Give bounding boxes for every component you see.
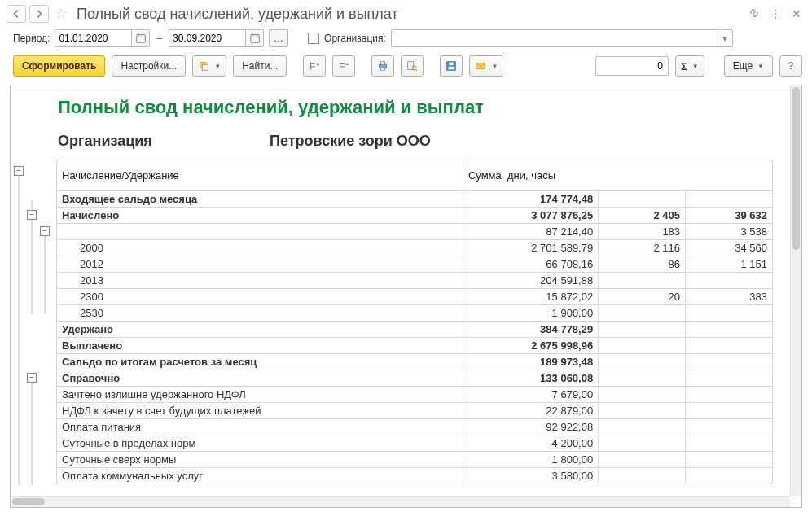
svg-rect-20 [381,62,385,65]
row-value: 174 774,48 [463,191,598,208]
sigma-button[interactable]: Σ ▼ [675,55,704,77]
svg-rect-26 [450,63,454,66]
row-label: Справочно [57,370,463,387]
row-value: 7 679,00 [463,387,598,403]
period-dash: – [155,33,164,44]
email-button[interactable]: ▼ [469,55,503,77]
table-row[interactable]: Суточные сверх нормы1 800,00 [57,452,773,468]
row-value: 183 [599,224,686,240]
row-value [686,338,773,354]
calendar-icon [249,33,261,44]
table-row[interactable]: Сальдо по итогам расчетов за месяц189 97… [57,354,773,370]
row-value: 384 778,29 [463,322,598,338]
row-value: 3 538 [686,224,773,240]
row-value: 92 922,08 [463,419,598,435]
row-value: 39 632 [686,208,773,224]
period-from-input[interactable] [55,29,132,47]
table-row[interactable]: 201266 708,16861 151 [57,256,773,273]
preview-button[interactable] [401,55,424,77]
period-to-calendar-button[interactable] [246,29,264,47]
period-from-calendar-button[interactable] [132,29,150,47]
table-row[interactable]: Справочно133 060,08 [57,370,773,387]
tree-expand-icon [309,60,320,72]
row-value [686,191,773,208]
table-row[interactable]: 87 214,401833 538 [57,224,773,240]
link-icon[interactable] [745,7,763,21]
row-label: НДФЛ к зачету в счет будущих платежей [57,403,463,419]
row-value [599,435,686,452]
row-value [686,452,773,468]
organization-filter-checkbox[interactable] [308,33,319,44]
table-row[interactable]: 2013204 591,88 [57,273,773,289]
more-button[interactable]: Еще ▼ [724,55,773,77]
row-label: Удержано [57,322,463,338]
collapse-tree-button[interactable] [332,55,355,77]
scrollbar-thumb[interactable] [12,498,45,505]
svg-rect-22 [408,62,414,70]
close-window-button[interactable]: ✕ [788,7,805,20]
table-row[interactable]: НДФЛ к зачету в счет будущих платежей22 … [57,403,773,419]
table-row[interactable]: Входящее сальдо месяца174 774,48 [57,191,773,208]
favorite-star-icon[interactable]: ☆ [52,5,70,23]
dropdown-caret-icon[interactable]: ▾ [718,30,732,46]
row-value [686,468,773,484]
table-row[interactable]: Оплата питания92 922,08 [57,419,773,435]
scrollbar-thumb[interactable] [792,87,800,250]
row-label: Выплачено [57,338,463,354]
table-row[interactable]: Суточные в пределах норм4 200,00 [57,435,773,452]
row-value [599,322,686,338]
tree-lines [11,160,56,496]
row-label: Входящее сальдо месяца [57,191,463,208]
table-row[interactable]: Выплачено2 675 998,96 [57,338,773,354]
row-value [599,419,686,435]
generate-button[interactable]: Сформировать [13,55,105,77]
sum-field[interactable] [595,56,669,76]
row-value [599,387,686,403]
row-label: 2012 [57,256,463,273]
arrow-left-icon [11,8,22,20]
table-row[interactable]: Оплата коммунальных услуг3 580,00 [57,468,773,484]
row-value [686,354,773,370]
help-button-label: ? [788,60,793,72]
row-value [686,387,773,403]
row-label: Суточные в пределах норм [57,435,463,452]
row-value: 22 879,00 [463,403,598,419]
period-picker-button[interactable]: … [269,29,288,47]
table-row[interactable]: Удержано384 778,29 [57,322,773,338]
report-org-label: Организация [58,133,237,150]
row-label: 2300 [57,289,463,305]
variants-button[interactable]: ▼ [192,55,226,77]
row-value: 2 701 589,79 [463,240,598,256]
table-row[interactable]: Начислено3 077 876,252 40539 632 [57,208,773,224]
row-value: 4 200,00 [463,435,598,452]
find-button[interactable]: Найти... [233,55,287,77]
row-value: 1 900,00 [463,305,598,322]
nav-back-button[interactable] [7,5,26,23]
organization-select[interactable]: ▾ [391,29,733,47]
row-value [686,435,773,452]
row-value: 15 872,02 [463,289,598,305]
row-value: 20 [599,289,686,305]
period-to-input[interactable] [169,29,246,47]
horizontal-scrollbar[interactable] [11,496,790,507]
vertical-scrollbar[interactable] [790,85,801,496]
settings-button[interactable]: Настройки... [112,55,186,77]
nav-forward-button[interactable] [29,5,49,23]
table-row[interactable]: 230015 872,0220383 [57,289,773,305]
kebab-menu-icon[interactable]: ⋮ [766,7,784,20]
table-row[interactable]: 20002 701 589,792 11634 560 [57,240,773,256]
row-label: 2530 [57,305,463,322]
table-row[interactable]: Зачтено излишне удержанного НДФЛ7 679,00 [57,387,773,403]
report-frame: Полный свод начислений, удержаний и выпл… [10,85,802,508]
print-button[interactable] [371,55,394,77]
row-value [599,273,686,289]
copy-plus-icon [198,60,209,72]
row-value: 34 560 [686,240,773,256]
find-button-label: Найти... [242,60,278,72]
table-row[interactable]: 25301 900,00 [57,305,773,322]
help-button[interactable]: ? [779,55,802,77]
save-button[interactable] [440,55,463,77]
row-value: 383 [686,289,773,305]
expand-tree-button[interactable] [303,55,326,77]
svg-rect-0 [137,35,146,43]
